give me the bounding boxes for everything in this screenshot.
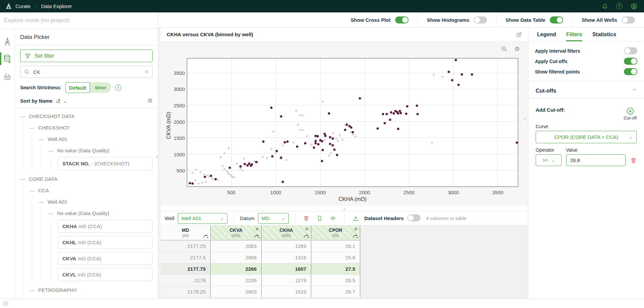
plot-settings-gear-icon[interactable]: ⚙ — [515, 45, 520, 53]
data-picker-rail-icon[interactable] — [0, 52, 14, 66]
data-point — [345, 124, 348, 126]
status-dismiss-icon[interactable] — [3, 301, 8, 306]
show-data-table-switch[interactable] — [550, 16, 563, 23]
sort-label[interactable]: Sort by Name — [20, 98, 53, 104]
dataset-headers-switch[interactable] — [407, 214, 421, 221]
filter-switch-apply-interval-filters[interactable]: Apply Interval filters — [528, 46, 644, 56]
notifications-bell-icon[interactable] — [602, 3, 608, 9]
tree-node-core-data[interactable]: — CORE DATA — [20, 173, 158, 185]
data-point — [271, 155, 273, 158]
table-row[interactable]: 2178.252603152926.7 — [161, 286, 360, 298]
filter-switch-show-filtered-points[interactable]: Show filtered points — [528, 66, 644, 77]
collapse-right-panel-handle[interactable]: › — [524, 115, 526, 121]
column-header-md[interactable]: MD (m) — [161, 225, 210, 240]
tab-legend[interactable]: Legend — [537, 28, 556, 41]
scatter-plot[interactable] — [187, 58, 518, 187]
collapse-table-handle[interactable]: ⌄ — [161, 205, 528, 211]
mobile-view-icon[interactable] — [315, 215, 324, 221]
tree-node-checkshot-data[interactable]: — CHECKSHOT DATA — [20, 110, 158, 122]
gridline — [276, 58, 276, 187]
remove-column-icon[interactable]: ✕ — [255, 226, 259, 232]
data-point — [341, 139, 343, 141]
collapse-node-icon[interactable]: — — [20, 113, 25, 119]
remove-column-icon[interactable]: ✕ — [354, 226, 358, 232]
collapse-node-icon[interactable]: — — [30, 287, 35, 293]
view-toggle-show-cross-plot[interactable]: Show Cross Plot — [341, 12, 417, 27]
curve-item-stack-no[interactable]: STACK NO.- (CHECKSHOT) — [58, 157, 153, 170]
collapse-node-icon[interactable]: — — [20, 176, 25, 182]
view-toggle-label: Show Data Table — [505, 17, 545, 23]
zoom-out-icon[interactable] — [501, 46, 507, 52]
user-account-icon[interactable] — [631, 3, 637, 10]
search-input[interactable] — [33, 69, 141, 75]
show-filtered-points-switch[interactable] — [624, 68, 637, 75]
cutoff-value-input[interactable] — [566, 154, 626, 166]
collapse-node-icon[interactable]: — — [48, 210, 53, 216]
column-header-ckha[interactable]: CKHA (mD) ✕ — [261, 225, 311, 240]
sort-chevron-down-icon[interactable]: ⌄ — [63, 98, 67, 104]
chevron-down-icon: ⌄ — [629, 135, 632, 140]
tree-node-no-value-data-quality[interactable]: — No value (Data Quality) — [48, 145, 158, 156]
add-cutoff-button[interactable]: Cut-off — [624, 107, 637, 120]
tree-node-cca[interactable]: — CCA — [30, 185, 158, 196]
tree-node-well-a01[interactable]: — Well A01 — [39, 296, 158, 299]
apply-interval-filters-switch[interactable] — [624, 47, 637, 54]
column-header-ckva[interactable]: CKVA (mD) ✕ — [210, 225, 261, 240]
tree-node-no-value-data-quality[interactable]: — No value (Data Quality) — [48, 207, 158, 219]
project-selector[interactable]: Explore mode (no project) — [0, 12, 158, 29]
tree-node-checkshot[interactable]: — CHECKSHOT — [30, 122, 158, 133]
wells-rail-icon[interactable] — [0, 34, 14, 48]
remove-column-icon[interactable]: ✕ — [305, 226, 309, 232]
collapse-node-icon[interactable]: — — [39, 299, 44, 299]
column-header-cpor[interactable]: CPOR (%) ✕ — [311, 225, 360, 240]
view-toggle-show-data-table[interactable]: Show Data Table — [496, 12, 572, 27]
curve-item-ckhl[interactable]: CKHLmD (CCA) — [58, 236, 153, 249]
strictness-strict-option[interactable]: Strict — [90, 84, 111, 92]
tab-statistics[interactable]: Statistics — [592, 28, 616, 41]
view-toggle-show-histograms[interactable]: Show Histograms — [418, 12, 496, 27]
edit-chart-title-icon[interactable] — [516, 32, 522, 38]
filter-switch-apply-cut-offs[interactable]: Apply Cut-offs — [528, 56, 644, 66]
table-row[interactable]: 2177.752266160727.5 — [161, 263, 360, 275]
histogram-rail-icon[interactable] — [0, 69, 14, 83]
apply-cut-offs-switch[interactable] — [624, 58, 637, 65]
operator-select[interactable]: >= ⌄ — [536, 154, 561, 166]
strictness-default-option[interactable]: Default — [65, 82, 90, 93]
collapse-left-panel-handle[interactable]: ‹ — [156, 153, 158, 159]
tree-node-petrography[interactable]: — PETROGRAPHY — [30, 284, 158, 296]
collapse-node-icon[interactable]: — — [48, 148, 53, 153]
view-toggle-show-all-wells[interactable]: Show All Wells — [572, 12, 644, 27]
well-select[interactable]: Well A01⌄ — [178, 213, 227, 224]
data-picker-panel: Data Picker Set filter ✕ Search Strictne… — [15, 29, 158, 299]
data-picker-title: Data Picker — [15, 29, 158, 45]
tab-filters[interactable]: Filters — [566, 28, 582, 41]
show-all-wells-switch[interactable] — [622, 16, 635, 23]
show-cross-plot-switch[interactable] — [395, 16, 409, 23]
table-row[interactable]: 2177.252083126926.1 — [161, 241, 360, 252]
collapse-cutoffs-icon[interactable]: ⌃ — [632, 88, 637, 94]
collapse-node-icon[interactable]: — — [30, 188, 35, 193]
y-tick-label: 2000 — [174, 119, 185, 124]
help-icon[interactable]: ? — [616, 3, 623, 9]
curve-item-ckha[interactable]: CKHAmD (CCA) — [58, 220, 153, 233]
download-table-icon[interactable] — [351, 215, 361, 221]
strictness-info-icon[interactable]: i — [115, 85, 121, 91]
picker-settings-gear-icon[interactable]: ⚙ — [148, 97, 153, 104]
curve-item-ckva[interactable]: CKVAmD (CCA) — [58, 252, 153, 265]
delete-cutoff-icon[interactable] — [630, 157, 637, 164]
table-row[interactable]: 2177.52066131625.8 — [161, 252, 360, 263]
tree-node-well-a01[interactable]: — Well A01 — [39, 133, 158, 145]
collapse-node-icon[interactable]: — — [39, 199, 44, 205]
tree-node-well-a01[interactable]: — Well A01 — [39, 196, 158, 207]
clear-search-icon[interactable]: ✕ — [144, 69, 149, 75]
curve-item-ckvl[interactable]: CKVLmD (CCA) — [58, 268, 153, 281]
table-row[interactable]: 21782226127926.5 — [161, 275, 360, 286]
collapse-node-icon[interactable]: — — [39, 136, 44, 142]
cutoff-curve-select[interactable]: CPOR (CORE DATA > CCA) ⌄ — [536, 131, 637, 143]
show-histograms-switch[interactable] — [474, 16, 487, 23]
datum-select[interactable]: MD⌄ — [258, 213, 289, 224]
insert-column-icon[interactable] — [328, 215, 338, 221]
set-filter-button[interactable]: Set filter — [20, 50, 153, 62]
collapse-node-icon[interactable]: — — [30, 125, 35, 131]
delete-table-icon[interactable] — [301, 215, 311, 221]
